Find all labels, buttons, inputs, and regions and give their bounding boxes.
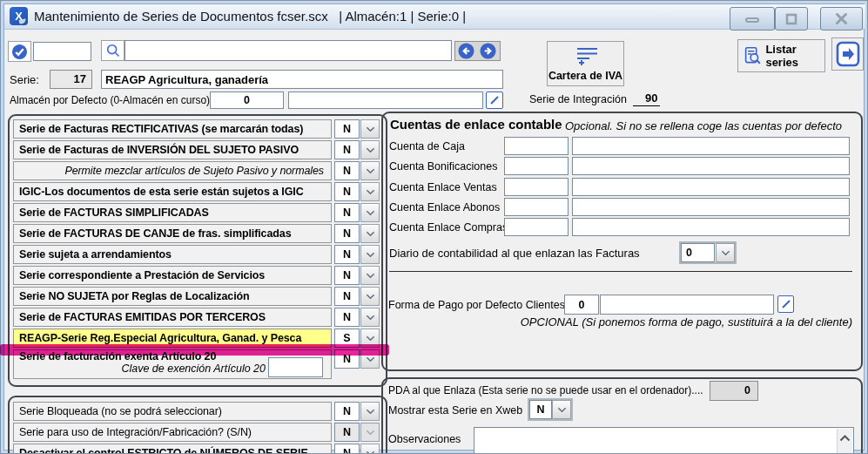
account-name-input[interactable]: [572, 218, 850, 236]
exit-button[interactable]: [831, 37, 864, 71]
highlighter-annotation: [0, 344, 389, 356]
flag-dropdown-button[interactable]: [360, 161, 380, 180]
pencil-icon: [781, 299, 791, 309]
diario-dropdown-button[interactable]: [716, 243, 735, 262]
window-title: Mantenimiento de Series de Documentos fc…: [34, 9, 466, 24]
almacen-name-input[interactable]: [288, 91, 483, 109]
account-label: Cuenta Enlace Ventas: [389, 181, 497, 193]
next-record-button[interactable]: [480, 43, 496, 63]
exencion-input[interactable]: [268, 357, 323, 377]
flag-dropdown-button[interactable]: [360, 182, 380, 201]
confirm-button[interactable]: [8, 41, 31, 62]
chevron-down-icon: [366, 168, 375, 174]
pencil-icon: [489, 95, 500, 105]
pda-label: PDA al que Enlaza (Esta serie no se pued…: [388, 384, 703, 396]
flag-value-box[interactable]: N: [334, 203, 360, 222]
chevron-down-icon: [366, 189, 375, 195]
flag-value-box[interactable]: N: [334, 245, 360, 264]
account-code-input[interactable]: [504, 218, 569, 236]
close-button[interactable]: [820, 7, 863, 30]
flag-label: Serie Bloqueada (no se podrá seleccionar…: [13, 402, 332, 421]
flag-value-box-disabled: N: [334, 423, 360, 442]
account-label: Cuenta Bonificaciones: [389, 160, 497, 173]
back-arrow-icon: [458, 43, 474, 59]
flag-dropdown-button[interactable]: [360, 224, 380, 243]
flag-dropdown-button[interactable]: [360, 266, 380, 285]
account-name-input[interactable]: [572, 157, 850, 175]
flag-value-box[interactable]: N: [334, 308, 360, 327]
almacen-edit-button[interactable]: [486, 91, 503, 109]
flag-value-box[interactable]: N: [334, 444, 360, 454]
flag-row: Serie de FACTURAS DE CANJE de fras. simp…: [13, 224, 380, 243]
cartera-iva-label: Cartera de IVA: [548, 70, 623, 82]
prev-record-button[interactable]: [458, 43, 474, 63]
minimize-button[interactable]: [730, 7, 775, 30]
account-name-input[interactable]: [572, 198, 850, 216]
flag-value-box[interactable]: N: [334, 266, 360, 285]
account-name-input[interactable]: [572, 178, 850, 196]
flag-value-box[interactable]: N: [334, 402, 360, 421]
chevron-down-icon: [366, 356, 375, 363]
textarea-scrollbar[interactable]: [837, 429, 852, 454]
flag-row: Serie Bloqueada (no se podrá seleccionar…: [13, 402, 380, 421]
flag-label: Serie de Facturas de INVERSIÓN DEL SUJET…: [13, 140, 332, 159]
diario-value-box[interactable]: 0: [681, 243, 715, 262]
forma-pago-name-input[interactable]: [600, 295, 774, 315]
flag-label: Serie de FACTURAS EMITIDAS POR TERCEROS: [13, 308, 332, 327]
account-code-input[interactable]: [504, 157, 569, 175]
flag-dropdown-button[interactable]: [360, 140, 380, 159]
flag-label: Serie para uso de Integración/Fabricació…: [13, 423, 332, 442]
pda-value-box: 0: [710, 381, 758, 401]
account-label: Cuenta de Caja: [389, 140, 465, 152]
flag-dropdown-button[interactable]: [360, 119, 380, 139]
xweb-value-box[interactable]: N: [529, 400, 552, 419]
exit-arrow-icon: [836, 41, 860, 67]
flag-dropdown-button[interactable]: [360, 287, 380, 306]
forma-pago-edit-button[interactable]: [777, 295, 794, 313]
xweb-label: Mostrar esta Serie en Xweb: [388, 404, 522, 417]
search-button[interactable]: [101, 40, 124, 61]
cartera-iva-button[interactable]: Cartera de IVA: [547, 41, 624, 86]
almacen-input[interactable]: [210, 91, 284, 109]
xweb-dropdown-button[interactable]: [552, 400, 571, 419]
serie-integracion-label: Serie de Integración: [529, 93, 627, 105]
flag-value-box[interactable]: N: [334, 140, 360, 159]
forma-pago-code-input[interactable]: [564, 295, 599, 315]
account-code-input[interactable]: [504, 137, 569, 155]
account-code-input[interactable]: [504, 178, 569, 196]
flag-dropdown-button-disabled: [360, 423, 380, 442]
flag-row: Serie correspondiente a Prestación de Se…: [13, 266, 380, 285]
maximize-button[interactable]: [775, 7, 808, 30]
diario-combo: 0: [679, 241, 737, 264]
chevron-down-icon: [366, 126, 375, 132]
account-code-input[interactable]: [504, 198, 569, 216]
flag-label: Serie sujeta a arrendamientos: [13, 245, 332, 264]
flag-dropdown-button[interactable]: [360, 308, 380, 327]
account-name-input[interactable]: [572, 137, 850, 155]
maximize-icon: [785, 13, 797, 25]
flag-dropdown-button[interactable]: [360, 402, 380, 421]
flag-value-box[interactable]: N: [334, 161, 360, 180]
flag-dropdown-button[interactable]: [360, 203, 380, 222]
chevron-down-icon: [366, 430, 375, 436]
flag-value-box[interactable]: N: [334, 119, 360, 139]
flag-value-box[interactable]: N: [334, 224, 360, 243]
serie-description-input[interactable]: [101, 70, 503, 89]
search-input[interactable]: [124, 40, 452, 61]
flag-sublabel: Permite mezclar artículos de Sujeto Pasi…: [13, 161, 332, 180]
record-nav-input[interactable]: [33, 42, 91, 61]
check-icon: [11, 44, 28, 60]
chevron-down-icon: [557, 407, 567, 413]
exencion-sublabel: Clave de exención Artículo 20: [48, 363, 266, 375]
list-plus-icon: [574, 45, 600, 66]
flag-dropdown-button[interactable]: [360, 245, 380, 264]
flag-row: Permite mezclar artículos de Sujeto Pasi…: [13, 161, 380, 180]
xweb-combo: N: [528, 398, 573, 421]
forward-arrow-icon: [480, 43, 496, 59]
flag-value-box[interactable]: N: [334, 287, 360, 306]
observaciones-textarea[interactable]: [474, 427, 854, 454]
observaciones-label: Observaciones: [388, 433, 461, 445]
listar-series-button[interactable]: Listar series: [737, 39, 825, 72]
flag-dropdown-button[interactable]: [360, 444, 380, 454]
flag-value-box[interactable]: N: [334, 182, 360, 201]
